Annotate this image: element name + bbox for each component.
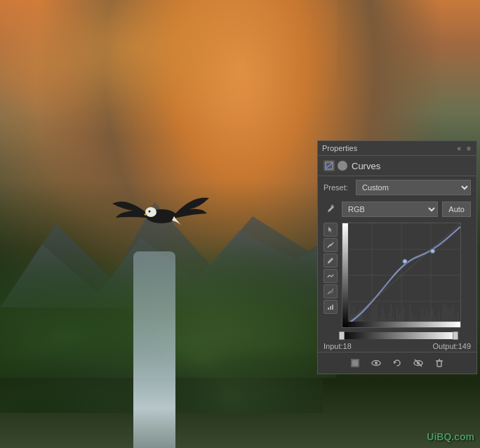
tool-histogram[interactable]: [324, 300, 338, 314]
curves-graph-container[interactable]: [342, 223, 471, 328]
svg-point-4: [149, 211, 151, 213]
svg-rect-10: [332, 305, 333, 310]
panel-title-area: Properties: [322, 144, 357, 152]
visibility2-icon-btn[interactable]: [411, 355, 426, 371]
curves-visibility-dot[interactable]: [338, 161, 347, 171]
channel-select[interactable]: RGB: [342, 202, 438, 217]
output-slider-black-handle[interactable]: [339, 331, 345, 340]
channel-row: RGB Auto: [318, 199, 476, 220]
output-slider[interactable]: [339, 332, 458, 339]
svg-point-3: [145, 207, 156, 217]
input-value: 18: [343, 342, 352, 350]
tools-curve-area: [318, 220, 476, 331]
curves-adjustment-icon: [324, 160, 335, 171]
reset-icon-btn[interactable]: [389, 355, 405, 371]
svg-rect-8: [328, 308, 329, 310]
waterfall: [133, 251, 175, 448]
io-values-row: Input: 18 Output: 149: [318, 341, 476, 352]
panel-menu-btn[interactable]: ≡: [465, 145, 472, 152]
slider-area: [318, 331, 476, 341]
tool-pointer[interactable]: [324, 223, 338, 237]
curves-title: Curves: [352, 161, 380, 171]
tool-sample-shadow[interactable]: [324, 284, 338, 298]
tool-curve-point[interactable]: [324, 238, 338, 252]
mask-icon-btn[interactable]: [347, 355, 363, 371]
tools-column: [324, 223, 339, 328]
svg-rect-9: [330, 306, 331, 310]
output-slider-white-handle[interactable]: [453, 331, 458, 340]
eyedropper-icon[interactable]: [324, 202, 338, 216]
svg-rect-12: [352, 360, 358, 366]
curves-section-header: Curves: [318, 156, 476, 176]
sky-clouds: [0, 0, 337, 154]
output-label: Output:: [433, 342, 458, 350]
eagle: [112, 183, 211, 246]
bottom-toolbar: [318, 352, 476, 374]
tool-pencil[interactable]: [324, 253, 338, 268]
auto-btn[interactable]: Auto: [442, 202, 471, 217]
visibility-icon-btn[interactable]: [368, 355, 384, 371]
panel-header: Properties « ≡: [318, 141, 476, 156]
properties-panel: Properties « ≡ Curves Preset: Custom: [317, 140, 477, 374]
curves-canvas[interactable]: [342, 223, 461, 328]
preset-label: Preset:: [324, 183, 352, 192]
svg-point-7: [330, 244, 332, 246]
input-label: Input:: [324, 342, 343, 350]
trash-icon-btn[interactable]: [432, 355, 447, 371]
watermark: UiBQ.com: [427, 431, 474, 442]
panel-tab-properties[interactable]: Properties: [322, 144, 357, 152]
output-value: 149: [458, 342, 471, 350]
panel-collapse-btn[interactable]: «: [456, 145, 463, 152]
svg-rect-19: [437, 361, 441, 367]
svg-point-14: [375, 362, 378, 364]
preset-select[interactable]: Custom: [356, 180, 471, 195]
panel-controls: « ≡: [456, 145, 472, 152]
tool-smooth[interactable]: [324, 269, 338, 283]
preset-row: Preset: Custom: [318, 176, 476, 199]
